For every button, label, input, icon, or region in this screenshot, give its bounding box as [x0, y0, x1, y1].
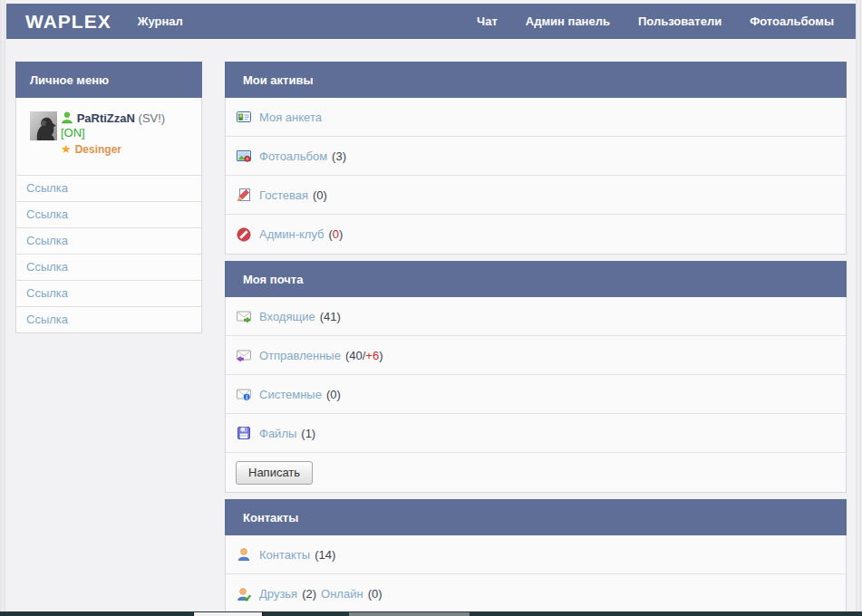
friends-online-link[interactable]: Онлайн [321, 587, 363, 601]
sent-count-close: ) [379, 349, 383, 362]
mail-header-label: Моя почта [243, 273, 303, 286]
compose-button[interactable]: Написать [236, 461, 313, 485]
sent-count-alert: +6 [365, 349, 379, 362]
mail-sent-icon [237, 348, 251, 362]
contacts-rows: Контакты (14) Друзья (2) Онлайн [225, 535, 847, 614]
mail-header: Моя почта [225, 261, 847, 297]
friends-online-count: (0) [368, 587, 383, 601]
block-icon [237, 227, 251, 242]
mail-system-icon [237, 387, 251, 401]
user-online-status: [ON] [61, 126, 165, 140]
system-mail-count: (0) [326, 388, 341, 401]
inbox-count: (41) [320, 310, 341, 323]
sidebar-header: Личное меню [15, 62, 202, 98]
files-link[interactable]: Файлы [259, 427, 296, 440]
sidebar-link-3[interactable]: Ссылка [26, 234, 68, 247]
nav-item-photoalbums[interactable]: Фотоальбомы [750, 14, 834, 28]
files-count: (1) [301, 427, 315, 440]
main-column: Мои активы [225, 62, 847, 616]
user-name[interactable]: PaRtiZzaN [77, 111, 135, 125]
sent-link[interactable]: Отправленные [259, 349, 341, 362]
my-profile-link[interactable]: Моя анкета [259, 111, 322, 124]
section-contacts: Контакты Контакты (14) [225, 499, 847, 614]
row-admin-club: Админ-клуб (0) [226, 215, 846, 254]
browser-viewport: WAPLEX Журнал Чат Админ панель Пользоват… [0, 0, 862, 616]
mail-rows: Входящие (41) Отправленные (40/+6) [225, 297, 847, 493]
row-my-profile: Моя анкета [226, 98, 846, 137]
row-inbox: Входящие (41) [226, 297, 846, 336]
row-sent: Отправленные (40/+6) [226, 336, 846, 375]
nav-item-chat[interactable]: Чат [477, 14, 498, 28]
sidebar-link-2[interactable]: Ссылка [26, 207, 68, 221]
contact-icon [237, 547, 251, 562]
online-person-icon [61, 111, 73, 124]
photoalbum-link[interactable]: Фотоальбом [259, 149, 327, 163]
sidebar: Личное меню [15, 62, 202, 333]
content-area: Личное меню [6, 39, 856, 616]
admin-club-link[interactable]: Админ-клуб [259, 227, 324, 241]
system-mail-link[interactable]: Системные [259, 388, 322, 401]
files-icon [237, 426, 251, 440]
row-files: Файлы (1) [226, 414, 846, 453]
star-icon: ★ [61, 142, 72, 156]
sidebar-link-4[interactable]: Ссылка [26, 260, 68, 274]
section-assets: Мои активы [225, 62, 847, 255]
taskbar-item-gray[interactable] [349, 612, 470, 616]
admin-club-count-alert: 0 [333, 227, 339, 241]
user-role: Desinger [75, 143, 121, 156]
user-panel: PaRtiZzaN (SV!) [ON] ★Desinger [16, 98, 201, 176]
sidebar-body: PaRtiZzaN (SV!) [ON] ★Desinger Ссылка Сс… [15, 98, 202, 333]
user-info: PaRtiZzaN (SV!) [ON] ★Desinger [61, 111, 165, 162]
user-name-line: PaRtiZzaN (SV!) [61, 111, 165, 126]
sidebar-link-5[interactable]: Ссылка [26, 286, 68, 300]
row-friends: Друзья (2) Онлайн (0) [226, 574, 846, 613]
row-system-mail: Системные (0) [226, 375, 846, 414]
friends-count: (2) [302, 587, 316, 601]
brand-logo[interactable]: WAPLEX [25, 11, 111, 33]
inbox-link[interactable]: Входящие [259, 310, 315, 323]
friends-link[interactable]: Друзья [259, 587, 297, 601]
sidebar-header-label: Личное меню [30, 73, 109, 87]
nav-item-admin-panel[interactable]: Админ панель [526, 14, 610, 28]
page: WAPLEX Журнал Чат Админ панель Пользоват… [6, 0, 856, 616]
sidebar-link-6[interactable]: Ссылка [26, 313, 68, 326]
sent-count-open: (40/ [345, 349, 365, 362]
user-clan-tag: (SV!) [139, 111, 166, 125]
photo-album-icon [237, 149, 251, 163]
friends-icon [237, 587, 251, 602]
compose-row: Написать [226, 453, 846, 492]
row-guestbook: Гостевая (0) [226, 176, 846, 215]
assets-header: Мои активы [225, 62, 847, 98]
sidebar-link-1[interactable]: Ссылка [26, 181, 68, 195]
mail-incoming-icon [237, 309, 251, 323]
user-avatar[interactable] [30, 111, 57, 140]
top-navbar: WAPLEX Журнал Чат Админ панель Пользоват… [6, 4, 856, 39]
taskbar-item-light[interactable] [193, 612, 263, 616]
guestbook-link[interactable]: Гостевая [259, 188, 308, 202]
guestbook-count: (0) [313, 188, 327, 202]
row-photoalbum: Фотоальбом (3) [226, 137, 846, 176]
assets-rows: Моя анкета Фотоальбом (3) [225, 98, 847, 255]
user-role-line: ★Desinger [61, 142, 165, 157]
admin-club-count-close: ) [339, 227, 343, 241]
guestbook-icon [237, 188, 251, 202]
vcard-icon [237, 110, 251, 124]
taskbar-strip [0, 611, 862, 616]
contacts-header-label: Контакты [243, 511, 298, 525]
photoalbum-count: (3) [332, 149, 346, 163]
row-contacts: Контакты (14) [226, 535, 846, 574]
contacts-count: (14) [315, 548, 335, 562]
nav-item-users[interactable]: Пользователи [638, 14, 722, 28]
contacts-link[interactable]: Контакты [259, 548, 310, 562]
nav-item-journal[interactable]: Журнал [138, 14, 183, 28]
assets-header-label: Мои активы [243, 73, 314, 87]
section-mail: Моя почта Входящие (41) [225, 261, 847, 493]
contacts-header: Контакты [225, 499, 847, 535]
